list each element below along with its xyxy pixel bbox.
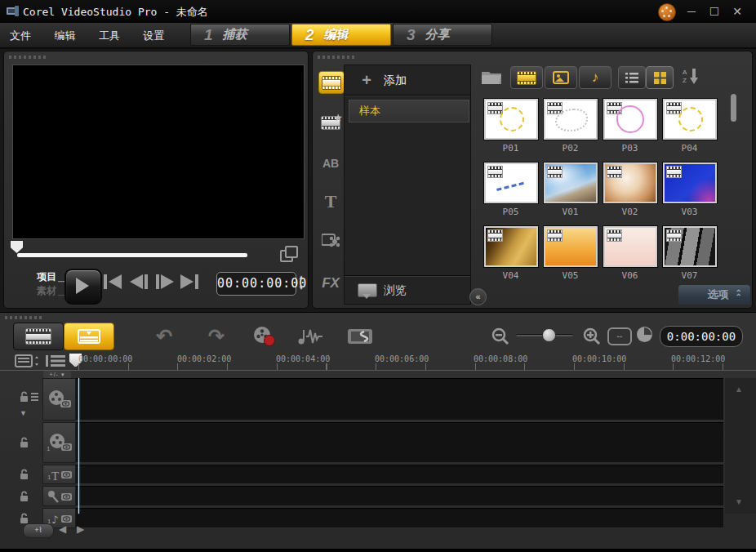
show-all-tracks-button[interactable]	[46, 354, 69, 367]
storyboard-view-button[interactable]	[13, 323, 64, 350]
scroll-up-arrow[interactable]: ▲	[735, 385, 743, 394]
gallery-item[interactable]: V07	[660, 225, 719, 288]
gallery-item[interactable]: V04	[481, 225, 540, 288]
tab-capture[interactable]: 1 捕获	[190, 24, 290, 46]
menu-edit[interactable]: 编辑	[44, 23, 85, 43]
list-view-button[interactable]	[618, 66, 646, 89]
next-frame-button[interactable]	[154, 274, 179, 295]
overlay-track[interactable]: 1	[0, 422, 756, 463]
menu-tools[interactable]: 工具	[89, 23, 130, 43]
scroll-down-arrow[interactable]: ▼	[735, 497, 743, 506]
zoom-in-button[interactable]	[578, 324, 606, 349]
clip-mode-label[interactable]: 素材	[37, 284, 56, 298]
timeline-timecode[interactable]: 0:00:00:00	[660, 326, 743, 347]
title-track[interactable]: 1 T	[0, 465, 756, 484]
gallery-item[interactable]: V02	[600, 161, 660, 225]
gallery-item[interactable]: V05	[540, 225, 600, 288]
gallery-item[interactable]: P05	[481, 161, 540, 225]
gallery-item[interactable]: V03	[660, 161, 719, 225]
video-track-header[interactable]	[42, 378, 76, 421]
menu-file[interactable]: 文件	[0, 23, 41, 43]
go-start-button[interactable]	[102, 274, 127, 295]
voice-track-content[interactable]	[76, 486, 723, 506]
gallery-item[interactable]: P04	[660, 97, 719, 161]
scroll-right-button[interactable]: ▶	[77, 523, 84, 535]
lock-icon[interactable]	[20, 491, 29, 502]
voice-track[interactable]	[0, 486, 756, 506]
zoom-out-button[interactable]	[487, 324, 514, 349]
graphic-icon[interactable]	[318, 229, 343, 251]
add-row[interactable]: + 添加	[345, 65, 470, 96]
play-button[interactable]	[64, 269, 102, 305]
filter-photo-button[interactable]	[545, 66, 577, 89]
thumbnail-view-button[interactable]	[646, 66, 674, 89]
media-icon[interactable]	[318, 71, 345, 94]
fit-timeline-button[interactable]: ↔	[607, 327, 632, 345]
auto-music-button[interactable]	[346, 324, 374, 349]
lock-icon[interactable]	[20, 469, 29, 480]
instant-project-icon[interactable]: ★	[318, 112, 343, 133]
track-manager-button[interactable]	[15, 354, 38, 367]
title-track-header[interactable]: 1 T	[42, 465, 76, 484]
close-button[interactable]: ✕	[728, 6, 746, 19]
maximize-button[interactable]: ☐	[705, 6, 723, 19]
minimize-button[interactable]: ─	[683, 6, 700, 19]
zoom-slider-handle[interactable]	[542, 328, 556, 342]
trim-bar[interactable]	[17, 253, 247, 257]
preview-timecode[interactable]: 00:00:00:00	[216, 272, 296, 296]
browse-label: 浏览	[384, 283, 407, 298]
browse-row[interactable]: 浏览	[345, 276, 470, 305]
timeline-ruler[interactable]: 00:00:00:00 00:00:02:00 00:00:04:00 00:0…	[0, 352, 756, 371]
title-bar: Corel VideoStudio Pro - 未命名 ─ ☐ ✕	[0, 0, 756, 23]
menu-settings[interactable]: 设置	[133, 23, 174, 43]
playhead-line[interactable]	[78, 378, 79, 514]
duration-clock-icon[interactable]	[637, 327, 652, 342]
gallery-item[interactable]: P02	[540, 97, 600, 161]
filter-audio-button[interactable]: ♪	[579, 66, 611, 89]
tab-share[interactable]: 3 分享	[393, 24, 492, 46]
scroll-left-button[interactable]: ◀	[59, 523, 66, 535]
filter-fx-icon[interactable]: FX	[318, 273, 343, 294]
voice-track-header[interactable]	[42, 486, 76, 506]
gallery-item[interactable]: P01	[481, 97, 540, 161]
record-capture-button[interactable]	[250, 324, 278, 349]
svg-text:Z: Z	[683, 77, 687, 84]
options-button[interactable]: 选项 ⌃⌃	[678, 285, 750, 305]
project-mode-label[interactable]: 项目	[37, 270, 56, 284]
overlay-track-content[interactable]	[76, 422, 723, 463]
chapter-point-button[interactable]: +⌇	[23, 523, 54, 538]
gallery-scrollbar[interactable]	[731, 92, 737, 290]
undo-button[interactable]: ↶	[150, 324, 178, 349]
track-add-remove-button[interactable]: +/- ▾	[43, 371, 71, 378]
category-sample[interactable]: 样本	[349, 100, 469, 122]
enlarge-preview-icon[interactable]	[280, 246, 296, 260]
timeline-view-button[interactable]	[64, 323, 114, 350]
title-track-content[interactable]	[76, 465, 723, 484]
go-end-button[interactable]	[179, 274, 203, 295]
ruler-label: 00:00:12:00	[671, 354, 725, 363]
gallery-item[interactable]: P03	[600, 97, 660, 161]
lock-icon[interactable]	[20, 437, 29, 448]
filter-video-button[interactable]	[510, 66, 543, 89]
folder-icon[interactable]	[481, 68, 502, 85]
app-window: Corel VideoStudio Pro - 未命名 ─ ☐ ✕ 文件 编辑 …	[0, 0, 756, 552]
title-icon[interactable]: T	[318, 191, 343, 212]
previous-frame-button[interactable]	[128, 274, 153, 295]
sound-mixer-button[interactable]	[296, 324, 323, 349]
overlay-track-header[interactable]: 1	[42, 422, 76, 463]
sort-button[interactable]: A Z	[682, 67, 703, 87]
tab-edit[interactable]: 2 编辑	[291, 24, 391, 46]
lock-icon[interactable]	[20, 391, 39, 403]
trim-scrubber-handle[interactable]	[11, 241, 23, 253]
timeline-vertical-scrollbar[interactable]: ▲ ▼	[725, 378, 756, 514]
video-track[interactable]: ▼	[0, 378, 756, 421]
transition-icon[interactable]: AB	[318, 153, 343, 174]
ruler-label: 00:00:02:00	[177, 354, 231, 363]
gallery-item[interactable]: V06	[600, 225, 660, 288]
collapse-track-arrow[interactable]: ▼	[20, 409, 27, 417]
scrollbar-thumb[interactable]	[731, 94, 736, 122]
redo-button[interactable]: ↷	[202, 324, 230, 349]
timecode-spinner[interactable]: ▲▼	[296, 272, 306, 294]
video-track-content[interactable]	[76, 378, 723, 421]
gallery-item[interactable]: V01	[540, 161, 600, 225]
